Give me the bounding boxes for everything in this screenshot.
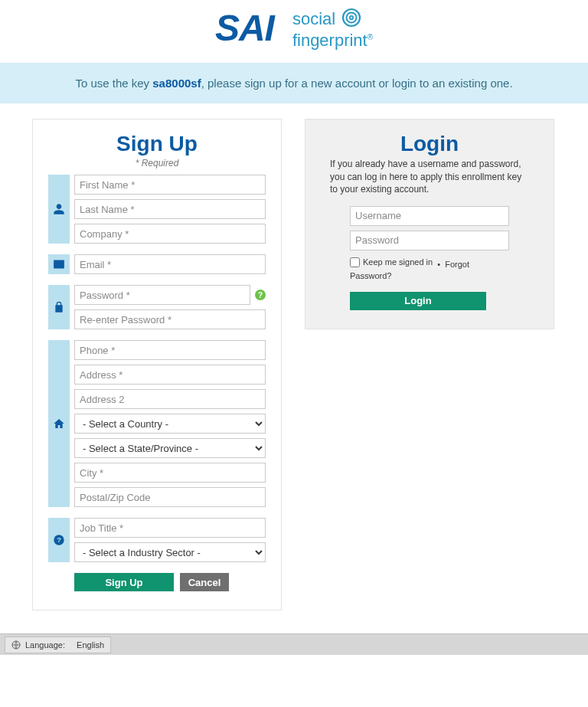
login-title: Login	[330, 132, 529, 156]
login-button[interactable]: Login	[350, 292, 486, 310]
email-input[interactable]	[74, 254, 266, 274]
state-select[interactable]: - Select a State/Province -	[74, 438, 266, 458]
lock-icon	[53, 301, 65, 313]
cancel-button[interactable]: Cancel	[180, 573, 229, 591]
spiral-icon	[340, 6, 363, 29]
sf-word-top: social	[292, 9, 335, 28]
person-icon	[53, 203, 65, 215]
svg-point-1	[347, 13, 357, 23]
signup-title: Sign Up	[48, 132, 266, 156]
keep-signed-in-text: Keep me signed in	[363, 257, 433, 268]
svg-point-0	[343, 9, 360, 26]
social-fingerprint-logo: social fingerprint®	[292, 6, 373, 49]
reenter-password-input[interactable]	[74, 309, 266, 329]
address-group: - Select a Country - - Select a State/Pr…	[48, 340, 266, 507]
registered-mark: ®	[368, 33, 373, 41]
last-name-input[interactable]	[74, 199, 266, 219]
job-group: ? - Select a Industry Sector -	[48, 518, 266, 562]
job-title-input[interactable]	[74, 518, 266, 538]
banner-prefix: To use the key	[75, 77, 152, 90]
language-selector[interactable]: Language: English	[5, 637, 111, 653]
phone-input[interactable]	[74, 340, 266, 360]
language-value: English	[77, 640, 104, 650]
industry-select[interactable]: - Select a Industry Sector -	[74, 542, 266, 562]
address-input[interactable]	[74, 365, 266, 385]
identity-group	[48, 175, 266, 244]
address2-input[interactable]	[74, 389, 266, 409]
username-input[interactable]	[350, 206, 509, 226]
country-select[interactable]: - Select a Country -	[74, 414, 266, 434]
postal-input[interactable]	[74, 487, 266, 507]
signup-panel: Sign Up * Required	[32, 119, 282, 610]
mail-icon	[53, 258, 65, 270]
globe-icon	[11, 640, 21, 650]
enrollment-key: sa8000sf	[152, 77, 201, 90]
keep-signed-in-checkbox[interactable]	[350, 257, 360, 267]
options-separator: •	[437, 260, 440, 269]
svg-text:?: ?	[57, 537, 61, 545]
home-icon	[53, 417, 65, 430]
svg-point-2	[350, 16, 353, 19]
signup-button[interactable]: Sign Up	[74, 573, 174, 591]
banner-suffix: , please sign up for a new account or lo…	[201, 77, 513, 90]
email-group	[48, 254, 266, 274]
password-help-icon[interactable]: ?	[255, 290, 266, 300]
question-icon: ?	[53, 534, 65, 546]
keep-signed-in-label[interactable]: Keep me signed in	[350, 257, 433, 268]
company-input[interactable]	[74, 224, 266, 244]
brand-logo: SAI social fingerprint®	[215, 6, 373, 49]
sai-logo-text: SAI	[215, 7, 274, 49]
login-password-input[interactable]	[350, 231, 509, 250]
login-panel: Login If you already have a username and…	[305, 119, 554, 329]
password-input[interactable]	[74, 285, 250, 305]
sf-word-bottom: fingerprint	[292, 31, 368, 50]
header: SAI social fingerprint®	[0, 0, 588, 63]
language-label: Language:	[25, 640, 65, 650]
info-banner: To use the key sa8000sf, please sign up …	[0, 63, 588, 103]
city-input[interactable]	[74, 463, 266, 483]
required-note: * Required	[48, 158, 266, 169]
password-group: ?	[48, 285, 266, 329]
first-name-input[interactable]	[74, 175, 266, 195]
footer-bar: Language: English	[0, 633, 588, 655]
login-intro: If you already have a username and passw…	[330, 158, 529, 195]
